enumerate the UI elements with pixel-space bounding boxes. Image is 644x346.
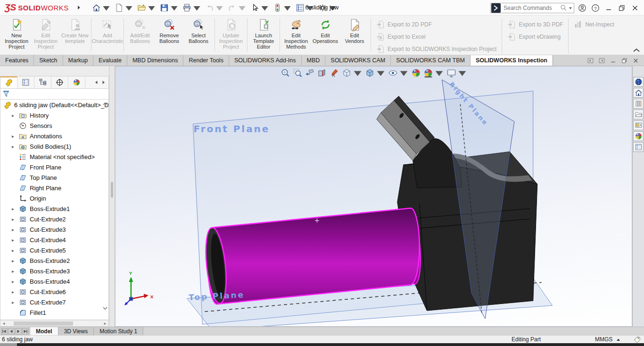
doc-window-button[interactable] [587, 57, 594, 64]
caret-down-icon[interactable] [569, 6, 572, 10]
view-tool-button[interactable]: A [329, 68, 340, 78]
export-link[interactable]: Export eDrawing [507, 33, 563, 41]
ribbon-button[interactable]: Edit Operations [311, 17, 340, 51]
tree-item[interactable]: ▸ Cut-Extrude6 [0, 287, 108, 297]
tab-nav-button[interactable] [22, 328, 29, 335]
quick-access-button[interactable] [204, 2, 225, 13]
doc-window-button[interactable] [598, 57, 605, 64]
command-tab[interactable]: SOLIDWORKS Add-Ins [229, 55, 302, 66]
panel-splitter[interactable] [109, 66, 115, 327]
expand-arrow-icon[interactable]: ▸ [12, 237, 19, 243]
feature-filter-row[interactable] [0, 89, 109, 100]
command-tab[interactable]: MBD [302, 55, 326, 66]
caret-down-icon[interactable] [434, 68, 444, 78]
panel-tab[interactable] [34, 76, 51, 88]
caret-down-icon[interactable] [124, 3, 133, 12]
caret-down-icon[interactable] [215, 3, 224, 12]
ribbon-button[interactable]: 1 Remove Balloons [155, 17, 184, 51]
tree-item[interactable]: ▸ Right Plane [0, 183, 108, 193]
tree-item[interactable]: ▸ Top Plane [0, 172, 108, 183]
view-tool-button[interactable] [423, 68, 445, 78]
quick-access-button[interactable] [113, 2, 135, 13]
tree-item[interactable]: ▸ Boss-Extrude2 [0, 255, 108, 266]
tree-item[interactable]: ▸ Solid Bodies(1) [0, 141, 108, 152]
restore-button[interactable] [617, 3, 627, 13]
caret-down-icon[interactable] [399, 68, 409, 78]
tree-item[interactable]: ▸ Boss-Extrude1 [0, 203, 108, 214]
panel-tab-scroll-left[interactable] [94, 80, 99, 84]
view-tool-button[interactable] [364, 68, 386, 78]
tree-item[interactable]: ▸ History [0, 110, 108, 120]
flyout-arrow-icon[interactable] [75, 4, 82, 11]
expand-arrow-icon[interactable]: ▸ [12, 289, 19, 295]
expand-arrow-icon[interactable]: ▸ [12, 300, 19, 305]
view-tool-button[interactable] [317, 68, 328, 78]
tree-item[interactable]: ▸ Cut-Extrude4 [0, 235, 108, 245]
tree-item[interactable]: ▸ A Annotations [0, 131, 108, 141]
tree-item[interactable]: ▸ Cut-Extrude2 [0, 214, 108, 224]
tree-item[interactable]: ▸ Material <not specified> [0, 152, 108, 162]
caret-down-icon[interactable] [192, 3, 201, 12]
tree-scroll-down[interactable] [102, 305, 108, 311]
caret-down-icon[interactable] [457, 68, 467, 78]
help-button[interactable]: ? [590, 3, 601, 13]
doc-window-button[interactable] [632, 57, 639, 64]
panel-tab[interactable] [17, 76, 34, 88]
net-inspect-link[interactable]: Net-Inspect [574, 20, 614, 29]
view-tool-button[interactable] [292, 68, 303, 78]
search-icon[interactable] [560, 4, 567, 11]
task-pane-button[interactable] [633, 99, 644, 109]
scrollbar-thumb[interactable] [14, 321, 73, 326]
document-tab[interactable]: 3D Views [58, 327, 94, 335]
expand-arrow-icon[interactable]: ▸ [12, 279, 19, 284]
minimize-button[interactable] [603, 3, 614, 13]
tree-item[interactable]: ▸ Fillet1 [0, 307, 108, 318]
tree-root-item[interactable]: 6 sliding jaw (Default<<Default>_D [0, 100, 108, 110]
tree-item[interactable]: ▸ Cut-Extrude7 [0, 297, 108, 307]
command-tab[interactable]: Markup [63, 55, 94, 66]
command-tab[interactable]: SOLIDWORKS Inspection [471, 55, 553, 66]
view-tool-button[interactable] [305, 68, 315, 78]
ribbon-button[interactable]: Add Characteristic [93, 17, 122, 51]
export-link[interactable]: Export to 3D PDF [507, 20, 563, 29]
task-pane-button[interactable] [633, 142, 644, 152]
quick-access-button[interactable] [158, 2, 180, 13]
doc-window-button[interactable] [610, 57, 617, 64]
ribbon-button[interactable]: Update Inspection Project [216, 17, 246, 51]
tree-horizontal-scrollbar[interactable]: ◂ ▸ [0, 320, 109, 327]
panel-tab[interactable] [51, 76, 68, 88]
task-pane-button[interactable] [633, 110, 644, 119]
command-tab[interactable]: Sketch [34, 55, 63, 66]
expand-arrow-icon[interactable]: ▸ [12, 113, 19, 118]
panel-tab-scroll-right[interactable] [101, 80, 106, 84]
expand-arrow-icon[interactable]: ▸ [12, 258, 19, 263]
ribbon-button[interactable]: Edit Inspection Project [31, 17, 60, 51]
caret-down-icon[interactable] [376, 68, 386, 78]
tree-item[interactable]: ▸ Origin [0, 193, 108, 203]
quick-access-button[interactable] [181, 2, 203, 13]
tree-item[interactable]: ▸ Cut-Extrude5 [0, 245, 108, 255]
tree-item[interactable]: ▸ Sensors [0, 120, 108, 131]
ribbon-collapse-button[interactable] [633, 47, 640, 53]
units-selector[interactable]: MMGS [595, 336, 612, 343]
expand-arrow-icon[interactable]: ▸ [12, 134, 19, 139]
document-tab[interactable]: Model [30, 327, 58, 335]
expand-arrow-icon[interactable]: ▸ [12, 227, 19, 232]
view-tool-button[interactable] [341, 68, 363, 78]
panel-tab[interactable] [68, 76, 85, 88]
view-tool-button[interactable] [280, 68, 291, 78]
account-button[interactable] [577, 3, 587, 13]
expand-arrow-icon[interactable]: ▸ [12, 248, 19, 253]
search-commands-box[interactable] [490, 3, 574, 13]
task-pane-button[interactable] [633, 77, 644, 87]
caret-down-icon[interactable] [170, 3, 179, 12]
tab-nav-button[interactable] [1, 328, 8, 335]
caret-down-icon[interactable] [147, 3, 156, 12]
quick-access-button[interactable] [91, 2, 112, 13]
ribbon-button[interactable]: Create New template [60, 17, 90, 51]
tree-item[interactable]: ▸ Front Plane [0, 162, 108, 172]
caret-down-icon[interactable] [353, 68, 363, 78]
command-tab[interactable]: Render Tools [183, 55, 229, 66]
panel-tab[interactable] [0, 76, 17, 88]
expand-arrow-icon[interactable]: ▸ [12, 206, 19, 211]
